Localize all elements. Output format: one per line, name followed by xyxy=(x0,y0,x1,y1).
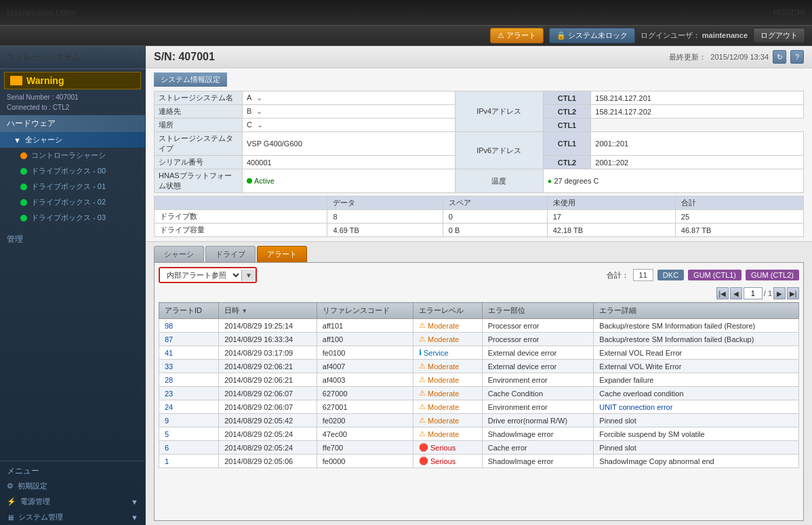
alert-detail-cell: External VOL Write Error xyxy=(594,360,799,373)
dkc-badge[interactable]: DKC xyxy=(657,270,684,280)
sidebar-item-controller[interactable]: コントローラシャーシ xyxy=(0,148,145,163)
status-dot-green-1 xyxy=(20,184,27,190)
drive-count-label: ドライブ数 xyxy=(155,210,327,224)
service-badge: ℹService xyxy=(419,348,449,357)
alert-detail-cell: Cache overload condition xyxy=(594,387,799,400)
power-icon: ⚡ xyxy=(7,497,16,506)
drive-count-row: ドライブ数 8 0 17 25 xyxy=(155,210,804,224)
settings-icon: ⚙ xyxy=(7,482,14,490)
alert-location-cell: External device error xyxy=(482,346,594,360)
page-last-button[interactable]: ▶| xyxy=(787,287,799,299)
page-first-button[interactable]: |◀ xyxy=(716,287,729,299)
table-row: 52014/08/29 02:05:2447ec00⚠ModerateShado… xyxy=(159,427,799,441)
alert-id-link[interactable]: 33 xyxy=(165,362,173,371)
gum-ctl1-badge[interactable]: GUM (CTL1) xyxy=(688,270,742,280)
table-row: 242014/08/29 02:06:07627001⚠ModerateEnvi… xyxy=(159,400,799,414)
serious-badge: 🛑Serious xyxy=(419,443,455,452)
sidebar-item-all-chassis[interactable]: ▼ 全シャーシ xyxy=(0,132,145,148)
alert-id-link[interactable]: 98 xyxy=(165,322,173,330)
alert-button[interactable]: ⚠ アラート xyxy=(490,28,544,43)
alert-datetime-cell: 2014/08/29 02:06:07 xyxy=(219,387,317,400)
alert-datetime-cell: 2014/08/29 19:25:14 xyxy=(219,319,317,333)
alert-id-link[interactable]: 1 xyxy=(165,457,169,465)
alert-detail-cell: External VOL Read Error xyxy=(594,346,799,360)
sidebar-item-drivebox-03[interactable]: ドライブボックス - 03 xyxy=(0,210,145,226)
alert-ref-cell: ffe700 xyxy=(317,441,413,455)
alert-id-link[interactable]: 41 xyxy=(165,349,173,357)
tab-drive[interactable]: ドライブ xyxy=(205,246,256,262)
sn-title: S/N: 407001 xyxy=(154,51,215,63)
help-button[interactable]: ? xyxy=(790,50,804,64)
alert-ref-cell: af4007 xyxy=(317,360,413,373)
page-input[interactable] xyxy=(744,287,763,299)
sidebar-item-drivebox-02[interactable]: ドライブボックス - 02 xyxy=(0,194,145,210)
toolbar: ⚠ アラート 🔒 システム未ロック ログインユーザ： maintenance ロ… xyxy=(0,26,812,46)
alert-id-link[interactable]: 9 xyxy=(165,417,169,425)
drive-count-data: 8 xyxy=(327,210,443,224)
sidebar-item-drivebox-01[interactable]: ドライブボックス - 01 xyxy=(0,179,145,194)
alert-id-cell: 9 xyxy=(159,414,219,427)
active-badge: Active xyxy=(247,177,275,185)
table-row: 282014/08/29 02:06:21af4003⚠ModerateEnvi… xyxy=(159,373,799,387)
logout-button[interactable]: ログアウト xyxy=(753,28,805,43)
location-value: C ⌄ xyxy=(243,119,455,132)
drive-capacity-data: 4.69 TB xyxy=(327,224,443,237)
alert-location-cell: Cache Condition xyxy=(482,387,594,400)
alert-id-link[interactable]: 23 xyxy=(165,390,173,398)
tab-alert[interactable]: アラート xyxy=(257,246,307,262)
table-row: 12014/08/29 02:05:06fe0000🛑SeriousShadow… xyxy=(159,455,799,468)
alert-id-link[interactable]: 5 xyxy=(165,430,169,438)
alert-datetime-cell: 2014/08/29 02:05:42 xyxy=(219,414,317,427)
refresh-button[interactable]: ↻ xyxy=(773,50,786,64)
alert-level-cell: ⚠Moderate xyxy=(413,400,482,414)
contact-value: B ⌄ xyxy=(243,105,455,119)
expand-arrow: ▼ xyxy=(14,136,21,144)
drive-header-data: データ xyxy=(327,196,443,210)
alert-location-cell: Environment error xyxy=(482,373,594,387)
warn-icon: ⚠ xyxy=(419,362,426,371)
hardware-header[interactable]: ハードウェア xyxy=(0,115,145,132)
menu-item-power-mgmt[interactable]: ⚡ 電源管理 ▼ xyxy=(0,494,145,509)
drive-capacity-label: ドライブ容量 xyxy=(155,224,327,237)
alert-id-link[interactable]: 28 xyxy=(165,376,173,384)
ipv6-label: IPv6アドレス xyxy=(455,132,543,169)
drive-capacity-unused: 42.18 TB xyxy=(547,224,675,237)
system-lock-button[interactable]: 🔒 システム未ロック xyxy=(549,28,635,43)
alert-level-cell: ⚠Moderate xyxy=(413,319,482,333)
alert-id-link[interactable]: 87 xyxy=(165,335,173,343)
drive-capacity-total: 46.87 TB xyxy=(675,224,803,237)
alert-location-cell: Processor error xyxy=(482,319,594,333)
ipv4-label: IPv4アドレス xyxy=(455,91,543,132)
gum-ctl2-badge[interactable]: GUM (CTL2) xyxy=(746,270,799,280)
menu-item-system-mgmt[interactable]: 🖥 システム管理 ▼ xyxy=(0,509,145,525)
ipv4-ctl2: 158.214.127.202 xyxy=(591,105,804,119)
alert-location-cell: External device error xyxy=(482,360,594,373)
tab-chassis[interactable]: シャーシ xyxy=(154,246,204,262)
connected-to: Connected to : CTL2 xyxy=(0,102,145,112)
alert-id-cell: 23 xyxy=(159,387,219,400)
user-label: ログインユーザ： maintenance xyxy=(641,30,748,41)
col-ref-code: リファレンスコード xyxy=(317,303,413,319)
col-error-location: エラー部位 xyxy=(482,303,594,319)
drive-header-unused: 未使用 xyxy=(547,196,675,210)
sidebar-item-drivebox-00[interactable]: ドライブボックス - 00 xyxy=(0,163,145,179)
moderate-badge: ⚠Moderate xyxy=(419,416,459,425)
alert-level-cell: ⚠Moderate xyxy=(413,427,482,441)
alert-id-cell: 33 xyxy=(159,360,219,373)
alert-id-link[interactable]: 6 xyxy=(165,444,169,452)
manage-section: 管理 xyxy=(0,231,145,248)
dropdown-arrow-icon: ▼ xyxy=(241,270,256,281)
alert-dropdown-select[interactable]: 内部アラート参照 xyxy=(160,268,241,282)
page-next-button[interactable]: ▶ xyxy=(773,287,786,299)
storage-type-value: VSP G400/G600 xyxy=(243,132,455,156)
temp-dot: ● xyxy=(548,177,552,185)
page-prev-button[interactable]: ◀ xyxy=(730,287,742,299)
hardware-section: ハードウェア ▼ 全シャーシ コントローラシャーシ ドライブボックス - 00 … xyxy=(0,115,145,226)
alert-id-link[interactable]: 24 xyxy=(165,403,173,411)
alert-datetime-cell: 2014/08/29 02:06:21 xyxy=(219,360,317,373)
alert-ref-cell: fe0200 xyxy=(317,414,413,427)
alert-detail-cell: Expander failure xyxy=(594,373,799,387)
alert-dropdown[interactable]: 内部アラート参照 ▼ xyxy=(159,267,257,283)
menu-item-initial-setup[interactable]: ⚙ 初期設定 xyxy=(0,478,145,494)
alert-ref-cell: fe0000 xyxy=(317,455,413,468)
